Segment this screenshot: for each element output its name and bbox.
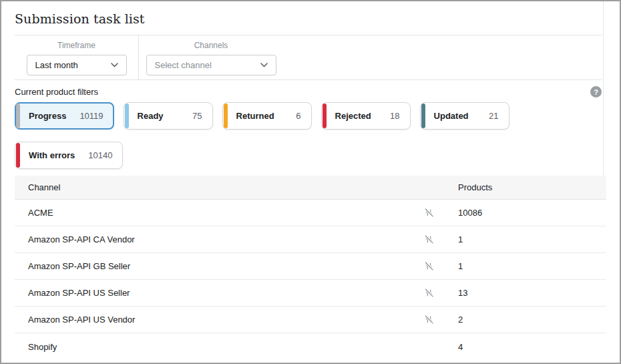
chip-label: With errors	[29, 150, 75, 160]
chip-label: Returned	[236, 111, 274, 121]
status-accent-bar	[224, 104, 228, 128]
channels-select[interactable]: Select channel	[146, 55, 276, 75]
sync-disabled-icon	[424, 261, 434, 271]
table-row: Amazon SP-API GB Seller 1	[15, 253, 606, 280]
sync-disabled-icon	[424, 288, 434, 298]
channels-group: Channels Select channel	[139, 35, 283, 79]
chip-count: 6	[296, 111, 300, 121]
chip-count: 18	[390, 111, 399, 121]
status-accent-bar	[421, 104, 425, 128]
channels-placeholder: Select channel	[155, 60, 212, 70]
page-title: Submission task list	[15, 1, 606, 35]
channel-name: Shopify	[15, 342, 422, 352]
timeframe-select[interactable]: Last month	[27, 55, 127, 75]
status-accent-bar	[125, 104, 129, 128]
status-filter-chip-progress[interactable]: Progress 10119	[15, 102, 114, 130]
divider	[15, 79, 602, 80]
status-filter-chip-rejected[interactable]: Rejected 18	[321, 102, 411, 130]
chip-count: 10140	[88, 150, 112, 160]
channel-name: Amazon SP-API CA Vendor	[15, 234, 422, 244]
filter-chips: Progress 10119 Ready 75 Returned 6 Rejec…	[15, 102, 606, 169]
column-header-products: Products	[445, 182, 606, 192]
sync-disabled-icon	[424, 208, 434, 218]
products-count: 4	[445, 342, 606, 352]
table-row: ACME 10086	[15, 200, 606, 226]
status-filter-chip-ready[interactable]: Ready 75	[124, 102, 213, 130]
sync-disabled-icon	[424, 315, 434, 325]
table-row: Shopify 4	[15, 333, 606, 360]
timeframe-group: Timeframe Last month	[15, 35, 138, 79]
chip-label: Rejected	[335, 111, 371, 121]
status-filter-chip-returned[interactable]: Returned 6	[222, 102, 312, 130]
chevron-down-icon	[260, 63, 268, 67]
chip-label: Progress	[29, 111, 66, 121]
chip-label: Ready	[138, 111, 164, 121]
status-accent-bar	[16, 104, 20, 128]
channel-name: Amazon SP-API US Seller	[15, 288, 422, 298]
channel-name: Amazon SP-API US Vendor	[15, 315, 422, 325]
chip-count: 75	[192, 111, 202, 121]
table-row: Amazon SP-API CA Vendor 1	[15, 226, 606, 253]
filter-bar: Timeframe Last month Channels Select cha…	[15, 35, 606, 79]
chip-label: Updated	[434, 111, 469, 121]
panel-edge-line	[603, 1, 604, 177]
submission-task-list-page: Submission task list Timeframe Last mont…	[0, 0, 621, 364]
chip-count: 21	[489, 111, 498, 121]
sync-disabled-icon	[424, 234, 434, 244]
status-accent-bar	[16, 143, 20, 168]
product-filters-header: Current product filters ?	[15, 86, 602, 98]
help-icon[interactable]: ?	[590, 86, 602, 98]
table-header: Channel Products	[15, 176, 606, 200]
chevron-down-icon	[111, 63, 118, 67]
channel-name: ACME	[15, 208, 422, 218]
status-filter-chip-with-errors[interactable]: With errors 10140	[15, 142, 123, 169]
timeframe-value: Last month	[35, 60, 78, 70]
table-row: Amazon SP-API US Vendor 2	[15, 307, 606, 333]
products-count: 1	[445, 234, 606, 244]
timeframe-label: Timeframe	[57, 41, 95, 50]
products-count: 1	[445, 261, 606, 271]
products-count: 10086	[445, 208, 606, 218]
chip-count: 10119	[79, 111, 103, 121]
product-filters-label: Current product filters	[15, 87, 98, 97]
column-header-channel: Channel	[15, 182, 422, 192]
products-count: 13	[445, 288, 606, 298]
status-filter-chip-updated[interactable]: Updated 21	[420, 102, 509, 130]
status-accent-bar	[323, 104, 327, 128]
channels-label: Channels	[194, 41, 228, 50]
channel-name: Amazon SP-API GB Seller	[15, 261, 422, 271]
channels-table: Channel Products ACME 10086 Amazon SP-AP…	[15, 176, 606, 360]
table-row: Amazon SP-API US Seller 13	[15, 280, 606, 307]
products-count: 2	[445, 315, 606, 325]
